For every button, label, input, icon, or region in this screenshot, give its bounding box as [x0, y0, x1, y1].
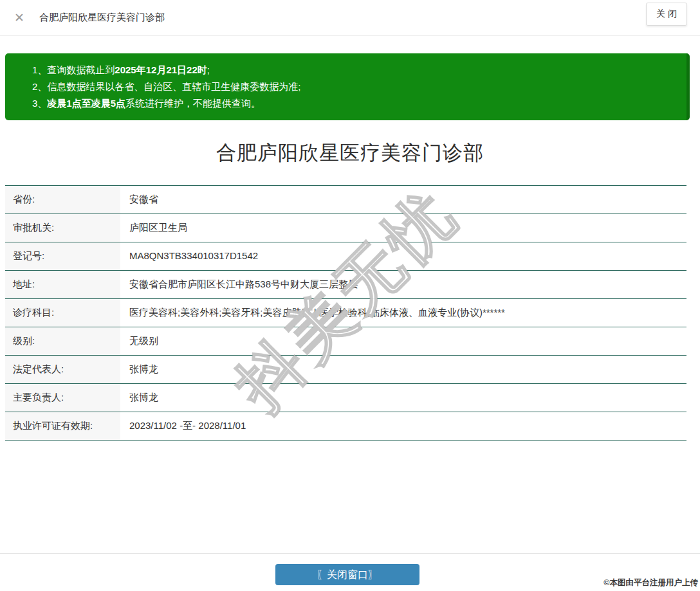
notice-text: ; — [207, 64, 210, 75]
notice-line: 2、信息数据结果以各省、自治区、直辖市卫生健康委数据为准; — [32, 78, 679, 95]
notice-text: 系统进行维护，不能提供查询。 — [125, 98, 261, 109]
notice-line: 3、凌晨1点至凌晨5点系统进行维护，不能提供查询。 — [32, 95, 679, 112]
row-label: 诊疗科目: — [5, 299, 120, 327]
table-row: 审批机关: 庐阳区卫生局 — [5, 214, 686, 242]
row-value: 医疗美容科;美容外科;美容牙科;美容皮肤科 | 医学检验科;临床体液、血液专业(… — [120, 299, 686, 327]
table-row: 诊疗科目: 医疗美容科;美容外科;美容牙科;美容皮肤科 | 医学检验科;临床体液… — [5, 298, 686, 327]
row-label: 主要负责人: — [5, 384, 120, 412]
notice-text-bold: 2025年12月21日22时 — [115, 64, 207, 75]
row-label: 地址: — [5, 271, 120, 298]
info-table: 省份: 安徽省 审批机关: 庐阳区卫生局 登记号: MA8QN3TB334010… — [5, 185, 686, 441]
row-value: 庐阳区卫生局 — [120, 214, 686, 242]
row-label: 级别: — [5, 327, 120, 355]
close-window-button[interactable]: 〖关闭窗口〗 — [275, 564, 419, 585]
row-label: 省份: — [5, 186, 120, 214]
row-label: 审批机关: — [5, 214, 120, 242]
notice-text: 2、信息数据结果以各省、自治区、直辖市卫生健康委数据为准; — [32, 81, 301, 92]
upload-note: ©本图由平台注册用户上传 — [603, 577, 698, 588]
row-label: 登记号: — [5, 242, 120, 270]
notice-text-bold: 凌晨1点至凌晨5点 — [47, 98, 125, 109]
row-value: 张博龙 — [120, 384, 686, 412]
row-value: 2023/11/02 -至- 2028/11/01 — [120, 412, 686, 440]
row-value: 安徽省合肥市庐阳区长江中路538号中财大厦三层整层 — [120, 271, 686, 298]
notice-text: 1、查询数据截止到 — [32, 64, 115, 75]
table-row: 执业许可证有效期: 2023/11/02 -至- 2028/11/01 — [5, 412, 686, 440]
page-title: 合肥庐阳欣星医疗美容门诊部 — [0, 140, 700, 167]
footer-divider — [0, 553, 700, 554]
notice-text: 3、 — [32, 98, 47, 109]
row-value: MA8QN3TB334010317D1542 — [120, 242, 686, 270]
table-row: 省份: 安徽省 — [5, 185, 686, 214]
notice-box: 1、查询数据截止到2025年12月21日22时; 2、信息数据结果以各省、自治区… — [5, 53, 690, 120]
row-label: 执业许可证有效期: — [5, 412, 120, 440]
close-icon[interactable]: ✕ — [14, 12, 24, 24]
notice-line: 1、查询数据截止到2025年12月21日22时; — [32, 62, 679, 78]
page-title-topbar: 合肥庐阳欣星医疗美容门诊部 — [39, 12, 165, 24]
row-label: 法定代表人: — [5, 356, 120, 383]
table-row: 地址: 安徽省合肥市庐阳区长江中路538号中财大厦三层整层 — [5, 270, 686, 298]
table-row: 法定代表人: 张博龙 — [5, 355, 686, 383]
table-row: 登记号: MA8QN3TB334010317D1542 — [5, 242, 686, 270]
table-row: 主要负责人: 张博龙 — [5, 383, 686, 412]
table-row: 级别: 无级别 — [5, 327, 686, 355]
row-value: 张博龙 — [120, 356, 686, 383]
row-value: 无级别 — [120, 327, 686, 355]
close-button[interactable]: 关 闭 — [646, 3, 687, 26]
top-bar: ✕ 合肥庐阳欣星医疗美容门诊部 关 闭 — [0, 0, 700, 36]
row-value: 安徽省 — [120, 186, 686, 214]
page: ✕ 合肥庐阳欣星医疗美容门诊部 关 闭 1、查询数据截止到2025年12月21日… — [0, 0, 700, 591]
